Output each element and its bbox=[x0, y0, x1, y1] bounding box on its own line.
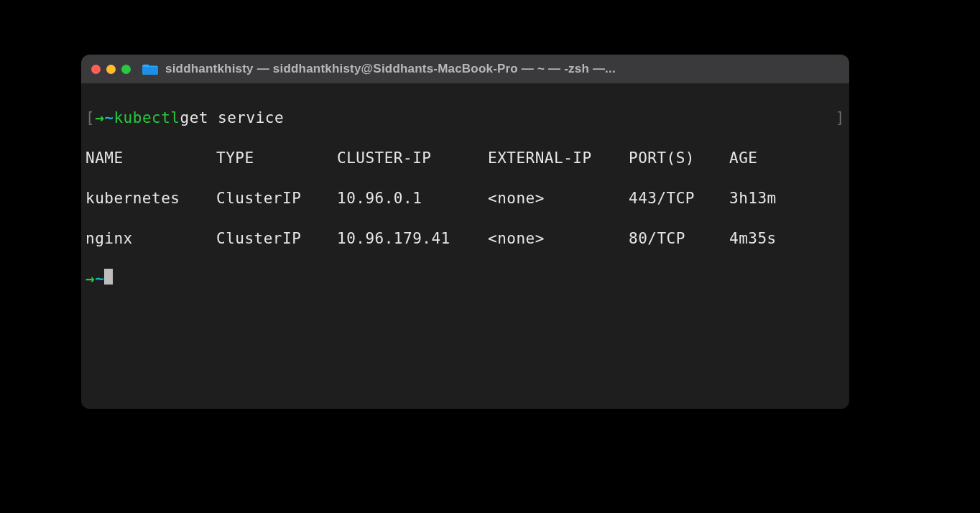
cell-ports: 80/TCP bbox=[629, 228, 729, 249]
cell-ports: 443/TCP bbox=[629, 188, 729, 208]
prompt-arrow-icon: → bbox=[85, 269, 95, 289]
col-external-ip: EXTERNAL-IP bbox=[488, 148, 629, 168]
prompt-open-bracket: [ bbox=[85, 108, 95, 128]
cell-age: 3h13m bbox=[729, 188, 845, 208]
prompt-arrow-icon: → bbox=[95, 108, 104, 128]
table-header: NAMETYPECLUSTER-IPEXTERNAL-IPPORT(S)AGE bbox=[85, 148, 845, 168]
col-name: NAME bbox=[85, 148, 216, 168]
command-line: [→ ~ kubectl get service] bbox=[85, 108, 845, 128]
table-row: kubernetesClusterIP10.96.0.1<none>443/TC… bbox=[85, 188, 845, 208]
close-icon[interactable] bbox=[91, 65, 101, 74]
minimize-icon[interactable] bbox=[106, 65, 116, 74]
table-row: nginxClusterIP10.96.179.41<none>80/TCP4m… bbox=[85, 228, 845, 249]
prompt-close-bracket: ] bbox=[836, 108, 845, 128]
cursor-icon bbox=[104, 269, 113, 285]
col-type: TYPE bbox=[216, 148, 337, 168]
cell-external-ip: <none> bbox=[488, 228, 629, 249]
col-cluster-ip: CLUSTER-IP bbox=[337, 148, 488, 168]
cell-age: 4m35s bbox=[729, 228, 845, 249]
cell-type: ClusterIP bbox=[216, 228, 337, 249]
cell-cluster-ip: 10.96.179.41 bbox=[337, 228, 488, 249]
window-title: siddhantkhisty — siddhantkhisty@Siddhant… bbox=[165, 62, 616, 76]
titlebar[interactable]: siddhantkhisty — siddhantkhisty@Siddhant… bbox=[81, 55, 849, 83]
traffic-lights bbox=[91, 65, 131, 74]
terminal-window: siddhantkhisty — siddhantkhisty@Siddhant… bbox=[81, 55, 849, 409]
command-name: kubectl bbox=[114, 108, 180, 128]
cell-external-ip: <none> bbox=[488, 188, 629, 208]
folder-icon bbox=[142, 63, 158, 75]
cell-type: ClusterIP bbox=[216, 188, 337, 208]
cell-name: nginx bbox=[85, 228, 216, 249]
zoom-icon[interactable] bbox=[121, 65, 131, 74]
col-ports: PORT(S) bbox=[629, 148, 729, 168]
col-age: AGE bbox=[729, 148, 845, 168]
prompt-tilde: ~ bbox=[95, 269, 104, 289]
prompt-tilde: ~ bbox=[104, 108, 114, 128]
prompt-line: → ~ bbox=[85, 269, 845, 289]
cell-cluster-ip: 10.96.0.1 bbox=[337, 188, 488, 208]
terminal-body[interactable]: [→ ~ kubectl get service] NAMETYPECLUSTE… bbox=[81, 83, 849, 409]
command-args: get service bbox=[180, 108, 284, 128]
cell-name: kubernetes bbox=[85, 188, 216, 208]
